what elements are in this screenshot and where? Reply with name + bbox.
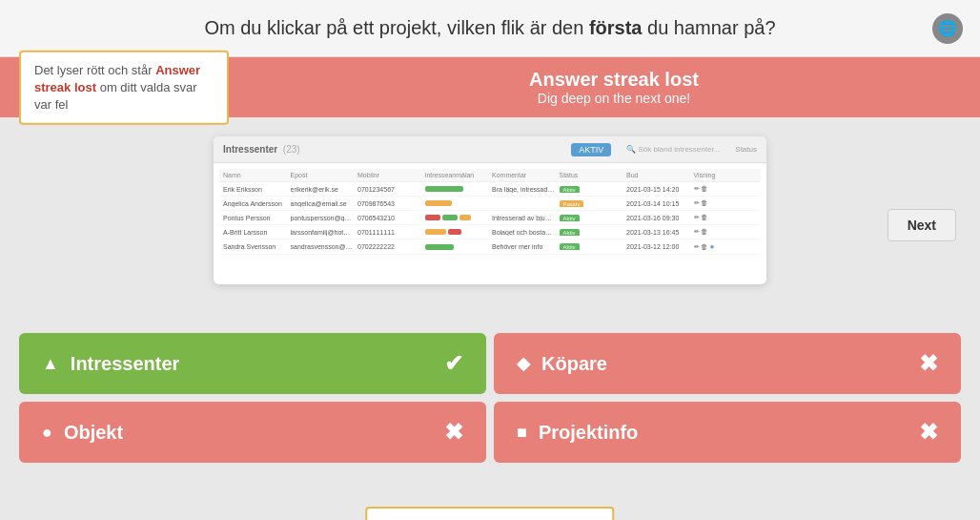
mockup-title: Intressenter (23) — [223, 144, 300, 155]
cell-actions: ✏ 🗑 ● — [694, 242, 758, 251]
answer-projektinfo[interactable]: ■ Projektinfo ✖ — [494, 402, 961, 463]
col-status: Status — [560, 172, 623, 178]
table-row: Erik Eriksson erikerik@erik.se 070123456… — [219, 182, 761, 197]
cell-actions: ✏ 🗑 — [694, 185, 758, 193]
header: Om du klickar på ett projekt, vilken fli… — [0, 0, 980, 57]
cell-phone: 0702222222 — [357, 243, 421, 250]
streak-banner: Det lyser rött och står Answer streak lo… — [0, 57, 980, 117]
next-button[interactable]: Next — [888, 209, 956, 241]
mockup-header: Intressenter (23) AKTIV 🔍 Sök bland intr… — [214, 136, 766, 163]
streak-title: Answer streak lost — [267, 69, 961, 91]
cell-email: pontuspersson@gmail.com — [291, 215, 355, 221]
cell-bar — [425, 229, 489, 235]
answer-label: Köpare — [541, 353, 919, 375]
cell-bar — [425, 215, 489, 220]
screenshot-mockup: Intressenter (23) AKTIV 🔍 Sök bland intr… — [214, 136, 766, 284]
cell-status: Aktiv — [560, 243, 623, 250]
streak-text-area: Answer streak lost Dig deep on the next … — [267, 69, 961, 106]
cell-bud: 2021-03-14 10:15 — [626, 200, 690, 207]
answer-kopare[interactable]: ◆ Köpare ✖ — [494, 333, 961, 394]
answers-area: ▲ Intressenter ✔ ◆ Köpare ✖ ● Objekt ✖ ■… — [0, 333, 980, 472]
bottom-tooltip: När du har valt fel svar kommer du att k… — [365, 507, 614, 520]
cell-bud: 2021-03-12 12:00 — [626, 243, 690, 250]
cell-actions: ✏ 🗑 — [694, 199, 758, 207]
cell-comment: Behöver mer info — [492, 243, 556, 250]
cell-actions: ✏ 🗑 — [694, 214, 758, 221]
cell-email: sandrasvensson@gmail.com — [291, 243, 355, 250]
cell-comment: Bra läge, intressad av... — [492, 186, 556, 193]
cell-name: Angelica Andersson — [223, 200, 287, 207]
mockup-search: 🔍 Sök bland intressenter... — [626, 145, 720, 154]
col-name: Namn — [223, 172, 287, 178]
diamond-icon: ◆ — [517, 353, 530, 374]
cell-bud: 2021-03-13 16:45 — [626, 229, 690, 236]
cell-status: Aktiv — [560, 215, 623, 221]
answer-label: Projektinfo — [539, 422, 919, 444]
question-title: Om du klickar på ett projekt, vilken fli… — [57, 17, 923, 39]
table-row: Sandra Svensson sandrasvensson@gmail.com… — [219, 239, 761, 255]
col-email: Epost — [291, 172, 355, 178]
mockup-table-header: Namn Epost Mobilnr Intresseanmälan Komme… — [219, 169, 761, 182]
square-icon: ■ — [517, 423, 527, 443]
cell-status: Aktiv — [560, 186, 623, 193]
cell-name: Erik Eriksson — [223, 186, 287, 193]
col-interest: Intresseanmälan — [425, 172, 489, 178]
answer-objekt[interactable]: ● Objekt ✖ — [19, 402, 486, 463]
cell-name: A-Britt Larsson — [223, 229, 287, 236]
answer-intressenter[interactable]: ▲ Intressenter ✔ — [19, 333, 486, 394]
cell-comment: Bolaget och bostaden... — [492, 229, 556, 236]
cell-email: larssonfamilj@hotmail.com — [291, 229, 355, 236]
answer-label: Intressenter — [71, 353, 444, 375]
answer-label: Objekt — [64, 422, 444, 444]
cell-phone: 0701111111 — [357, 229, 421, 236]
circle-icon: ● — [42, 423, 52, 443]
cross-icon: ✖ — [919, 419, 938, 446]
cell-email: erikerik@erik.se — [291, 186, 355, 193]
cross-icon: ✖ — [919, 350, 938, 377]
cross-icon: ✖ — [444, 419, 463, 446]
cell-phone: 0701234567 — [357, 186, 421, 193]
cell-status: Passiv — [560, 200, 623, 207]
globe-icon[interactable]: 🌐 — [932, 13, 963, 44]
streak-tooltip: Det lyser rött och står Answer streak lo… — [19, 50, 229, 125]
col-phone: Mobilnr — [357, 172, 421, 178]
cell-bar — [425, 186, 489, 192]
mockup-actions: Status — [735, 145, 757, 154]
col-bud: Bud — [626, 172, 690, 178]
cell-actions: ✏ 🗑 — [694, 228, 758, 236]
table-row: Pontus Persson pontuspersson@gmail.com 0… — [219, 211, 761, 225]
cell-bar — [425, 244, 489, 250]
col-comment: Kommentar — [492, 172, 556, 178]
content-area: Intressenter (23) AKTIV 🔍 Sök bland intr… — [0, 117, 980, 333]
table-row: Angelica Andersson angelica@email.se 070… — [219, 197, 761, 211]
answers-wrapper: ▲ Intressenter ✔ ◆ Köpare ✖ ● Objekt ✖ ■… — [0, 333, 980, 520]
cell-phone: 0709876543 — [357, 200, 421, 207]
main-container: Om du klickar på ett projekt, vilken fli… — [0, 0, 980, 520]
cell-name: Sandra Svensson — [223, 243, 287, 250]
cell-status: Aktiv — [560, 229, 623, 236]
cell-bar — [425, 200, 489, 206]
streak-subtitle: Dig deep on the next one! — [267, 91, 961, 106]
cell-bud: 2021-03-15 14:20 — [626, 186, 690, 193]
col-date: Visning — [694, 172, 758, 178]
check-icon: ✔ — [444, 350, 463, 377]
cell-name: Pontus Persson — [223, 215, 287, 221]
cell-comment: Intresserad av bjudk... — [492, 215, 556, 221]
tooltip-text-prefix: Det lyser rött och står — [34, 62, 155, 76]
cell-bud: 2021-03-16 09:30 — [626, 215, 690, 221]
cell-phone: 0706543210 — [357, 215, 421, 221]
triangle-icon: ▲ — [42, 354, 59, 374]
mockup-body: Namn Epost Mobilnr Intresseanmälan Komme… — [214, 163, 766, 260]
table-row: A-Britt Larsson larssonfamilj@hotmail.co… — [219, 225, 761, 239]
mockup-tab: AKTIV — [571, 143, 611, 156]
cell-email: angelica@email.se — [291, 200, 355, 207]
